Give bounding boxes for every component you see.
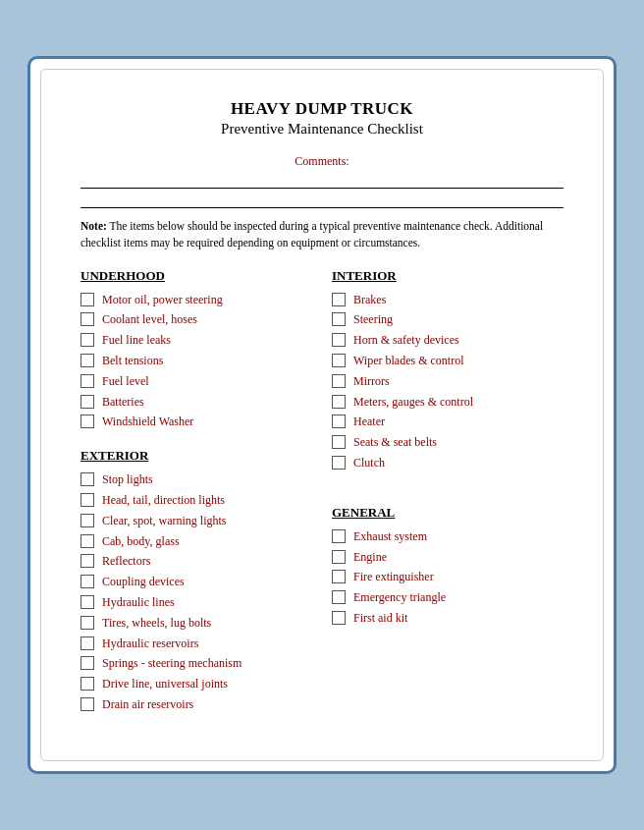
title-section: HEAVY DUMP TRUCK Preventive Maintenance …: [80, 99, 564, 138]
list-item: Emergency triangle: [332, 589, 564, 606]
checkbox[interactable]: [332, 570, 346, 583]
main-columns: UNDERHOOD Motor oil, power steering Cool…: [80, 268, 564, 731]
checkbox[interactable]: [80, 636, 94, 650]
list-item: Seats & seat belts: [332, 434, 564, 451]
list-item: Belt tensions: [80, 353, 312, 369]
underhood-section: UNDERHOOD Motor oil, power steering Cool…: [80, 268, 312, 431]
list-item: Exhaust system: [332, 528, 564, 545]
checkbox[interactable]: [80, 395, 94, 409]
list-item: Clutch: [332, 455, 564, 471]
left-column: UNDERHOOD Motor oil, power steering Cool…: [80, 268, 312, 731]
list-item: Stop lights: [80, 471, 312, 488]
checkbox[interactable]: [80, 595, 94, 609]
checkbox[interactable]: [80, 415, 94, 428]
checkbox[interactable]: [80, 554, 94, 568]
inner-page: HEAVY DUMP TRUCK Preventive Maintenance …: [40, 69, 604, 761]
list-item: Mirrors: [332, 373, 564, 390]
checkbox[interactable]: [80, 514, 94, 527]
list-item: Coupling devices: [80, 574, 312, 590]
list-item: Springs - steering mechanism: [80, 655, 312, 672]
list-item: Steering: [332, 311, 564, 328]
note-prefix: Note:: [80, 220, 107, 232]
list-item: Motor oil, power steering: [80, 292, 312, 308]
checkbox[interactable]: [80, 493, 94, 507]
checkbox[interactable]: [332, 293, 346, 306]
underhood-items: Motor oil, power steering Coolant level,…: [80, 292, 312, 431]
list-item: Horn & safety devices: [332, 332, 564, 349]
list-item: Reflectors: [80, 553, 312, 570]
checkbox[interactable]: [332, 312, 346, 326]
list-item: Hydraulic lines: [80, 594, 312, 611]
checkbox[interactable]: [332, 435, 346, 449]
list-item: Cab, body, glass: [80, 533, 312, 550]
sub-title: Preventive Maintenance Checklist: [80, 121, 564, 138]
main-title: HEAVY DUMP TRUCK: [80, 99, 564, 119]
list-item: Engine: [332, 549, 564, 566]
interior-items: Brakes Steering Horn & safety devices Wi…: [332, 292, 564, 471]
checkbox[interactable]: [80, 677, 94, 691]
comment-line-1: [80, 175, 564, 189]
right-column: INTERIOR Brakes Steering Horn & safety d…: [332, 268, 564, 731]
list-item: Drain air reservoirs: [80, 696, 312, 713]
checkbox[interactable]: [332, 611, 346, 625]
list-item: Brakes: [332, 292, 564, 308]
checkbox[interactable]: [80, 374, 94, 388]
list-item: Hydraulic reservoirs: [80, 636, 312, 652]
list-item: Tires, wheels, lug bolts: [80, 615, 312, 632]
list-item: Windshield Washer: [80, 414, 312, 430]
exterior-title: EXTERIOR: [80, 448, 312, 464]
comments-section: Comments:: [80, 151, 564, 169]
outer-border: HEAVY DUMP TRUCK Preventive Maintenance …: [27, 56, 617, 774]
checkbox[interactable]: [80, 656, 94, 670]
list-item: Meters, gauges & control: [332, 394, 564, 411]
underhood-title: UNDERHOOD: [80, 268, 312, 284]
checkbox[interactable]: [332, 395, 346, 409]
exterior-items: Stop lights Head, tail, direction lights…: [80, 471, 312, 713]
checkbox[interactable]: [80, 575, 94, 588]
checkbox[interactable]: [80, 616, 94, 630]
comments-label: Comments:: [295, 154, 349, 168]
checkbox[interactable]: [80, 333, 94, 347]
checkbox[interactable]: [332, 354, 346, 367]
checkbox[interactable]: [332, 529, 346, 543]
checkbox[interactable]: [80, 697, 94, 711]
comment-line-2: [80, 194, 564, 208]
list-item: Batteries: [80, 394, 312, 411]
list-item: Heater: [332, 414, 564, 430]
list-item: Coolant level, hoses: [80, 311, 312, 328]
checkbox[interactable]: [332, 456, 346, 470]
list-item: Head, tail, direction lights: [80, 492, 312, 509]
checkbox[interactable]: [80, 472, 94, 486]
right-spacer: [332, 489, 564, 505]
general-title: GENERAL: [332, 505, 564, 521]
checkbox[interactable]: [332, 550, 346, 564]
list-item: Clear, spot, warning lights: [80, 513, 312, 529]
list-item: Drive line, universal joints: [80, 676, 312, 692]
general-section: GENERAL Exhaust system Engine Fire extin…: [332, 505, 564, 627]
note-text: The items below should be inspected duri…: [80, 220, 543, 249]
list-item: Fire extinguisher: [332, 569, 564, 585]
checkbox[interactable]: [332, 333, 346, 347]
checkbox[interactable]: [80, 312, 94, 326]
list-item: Fuel level: [80, 373, 312, 390]
checkbox[interactable]: [80, 293, 94, 306]
checkbox[interactable]: [332, 590, 346, 604]
general-items: Exhaust system Engine Fire extinguisher …: [332, 528, 564, 627]
list-item: Fuel line leaks: [80, 332, 312, 349]
interior-title: INTERIOR: [332, 268, 564, 284]
checkbox[interactable]: [332, 374, 346, 388]
exterior-section: EXTERIOR Stop lights Head, tail, directi…: [80, 448, 312, 713]
checkbox[interactable]: [80, 354, 94, 367]
checkbox[interactable]: [80, 534, 94, 548]
list-item: Wiper blades & control: [332, 353, 564, 369]
list-item: First aid kit: [332, 610, 564, 627]
interior-section: INTERIOR Brakes Steering Horn & safety d…: [332, 268, 564, 471]
checkbox[interactable]: [332, 415, 346, 428]
note-section: Note: The items below should be inspecte…: [80, 218, 564, 252]
